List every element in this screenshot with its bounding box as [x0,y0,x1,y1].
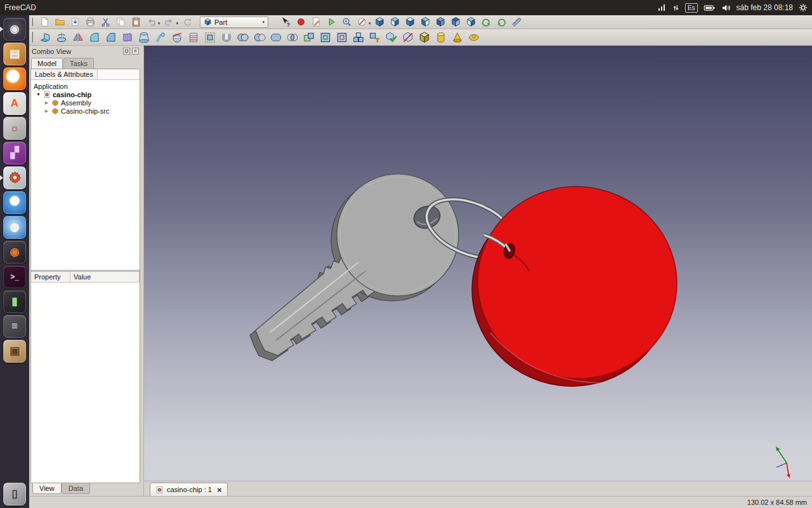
launcher-item-terminal[interactable]: >_ [3,265,26,288]
tab-model[interactable]: Model [31,58,63,69]
part-chamfer-button[interactable] [103,30,119,45]
part-extrude-button[interactable] [37,30,53,45]
whats-this-button[interactable]: ? [278,16,293,29]
view-axonometric-button[interactable] [372,16,388,29]
keyboard-layout-indicator[interactable]: Es [685,3,698,13]
part-boolean-button[interactable] [235,30,251,45]
part-box-button[interactable] [416,30,433,45]
collapse-arrow-icon[interactable]: ▼ [36,92,41,97]
launcher-item-firefox[interactable] [3,67,26,90]
view-left-button[interactable] [464,16,479,29]
paste-button[interactable] [128,16,143,29]
refresh-button[interactable] [180,16,195,29]
workbench-selector[interactable]: Part ▾ [200,17,268,28]
copy-button[interactable] [113,16,128,29]
launcher-item-text-editor[interactable]: ≡ [3,315,26,338]
fit-all-button[interactable] [339,16,354,29]
measure-distance-button[interactable] [509,16,525,29]
launcher-item-files[interactable]: ▤ [3,43,26,65]
new-document-button[interactable] [37,16,52,29]
tab-view[interactable]: View [32,483,62,494]
toolbar-handle[interactable] [32,18,34,27]
toolbar-handle[interactable] [32,32,34,43]
view-rotate-left-button[interactable] [479,16,494,29]
part-cylinder-button[interactable] [433,30,449,45]
part-cross-sections-button[interactable] [185,30,202,45]
launcher-item-trash[interactable]: ▯ [3,483,26,505]
part-mirror-button[interactable] [70,30,86,45]
print-button[interactable] [82,16,98,29]
part-cone-button[interactable] [449,30,466,45]
view-right-button[interactable] [418,16,433,29]
part-compound-button[interactable] [350,30,367,45]
part-join-connect-button[interactable] [301,30,317,45]
expand-arrow-icon[interactable]: ▶ [44,100,49,105]
macro-record-button[interactable] [293,16,308,29]
launcher-item-media-app[interactable]: ▞ [3,142,26,164]
part-cut-button[interactable] [251,30,268,45]
macro-execute-button[interactable] [324,16,339,29]
draw-style-button[interactable] [354,16,369,29]
part-fillet-button[interactable] [86,30,103,45]
launcher-item-chromium[interactable] [3,191,26,214]
property-column-header[interactable]: Property [31,272,70,282]
volume-icon[interactable] [721,4,731,12]
sync-arrows-icon[interactable] [672,4,679,12]
tree-item-assembly[interactable]: ▶ Assembly [31,98,140,107]
part-common-button[interactable] [284,30,301,45]
launcher-item-ubuntu-software[interactable]: A [3,92,26,115]
part-revolve-button[interactable] [53,30,70,45]
view-front-button[interactable] [388,16,403,29]
battery-icon[interactable] [704,4,716,11]
session-menu-gear-icon[interactable] [799,3,808,12]
tree-item-document[interactable]: ▼ casino-chip [31,90,140,98]
launcher-item-system-settings[interactable]: ☼ [3,117,26,140]
view-bottom-button[interactable] [449,16,464,29]
float-panel-icon[interactable] [123,48,130,55]
cut-button[interactable] [98,16,113,29]
part-join-cutout-button[interactable] [334,30,350,45]
part-offset-3d-button[interactable] [202,30,218,45]
part-loft-button[interactable] [136,30,152,45]
expand-arrow-icon[interactable]: ▶ [44,109,49,114]
part-union-button[interactable] [268,30,284,45]
close-panel-icon[interactable]: × [132,48,139,55]
part-compound-filter-button[interactable] [367,30,383,45]
tree-root-application[interactable]: Application [31,82,140,90]
launcher-item-dash-home[interactable]: ◉ [3,18,26,41]
launcher-item-video-player[interactable]: ◉ [3,241,26,264]
redo-button[interactable] [162,16,177,29]
save-document-button[interactable] [67,16,82,29]
clock[interactable]: sáb feb 28 08:18 [737,3,793,12]
part-defeaturing-button[interactable] [400,30,416,45]
document-tab[interactable]: casino-chip : 1 × [150,483,228,496]
tab-tasks[interactable]: Tasks [63,58,94,69]
part-check-geometry-button[interactable] [383,30,400,45]
launcher-item-web-browser[interactable]: ◍ [3,216,26,239]
chevron-down-icon[interactable]: ▾ [369,21,371,26]
part-join-embed-button[interactable] [317,30,334,45]
view-rear-button[interactable] [433,16,449,29]
tree-item-casino-chip-src[interactable]: ▶ Casino-chip-src [31,107,140,115]
chip-model[interactable] [460,174,690,399]
part-ruled-surface-button[interactable] [119,30,136,45]
3d-viewport[interactable] [144,46,812,481]
undo-button[interactable] [143,16,159,29]
chevron-down-icon[interactable]: ▾ [176,21,179,26]
view-top-button[interactable] [403,16,418,29]
close-tab-icon[interactable]: × [217,486,222,494]
part-thickness-button[interactable] [218,30,235,45]
open-document-button[interactable] [52,16,67,29]
launcher-item-photo-manager[interactable]: ▣ [3,340,26,363]
value-column-header[interactable]: Value [70,272,140,282]
part-sweep-button[interactable] [152,30,169,45]
launcher-item-freecad[interactable] [3,166,26,189]
network-signal-icon[interactable] [658,4,667,11]
part-torus-button[interactable] [466,30,482,45]
part-section-button[interactable] [169,30,185,45]
macro-edit-button[interactable] [308,16,324,29]
chevron-down-icon[interactable]: ▾ [158,21,160,26]
view-rotate-right-button[interactable] [494,16,509,29]
launcher-item-console[interactable]: ▮ [3,290,26,313]
tab-data[interactable]: Data [62,483,90,494]
